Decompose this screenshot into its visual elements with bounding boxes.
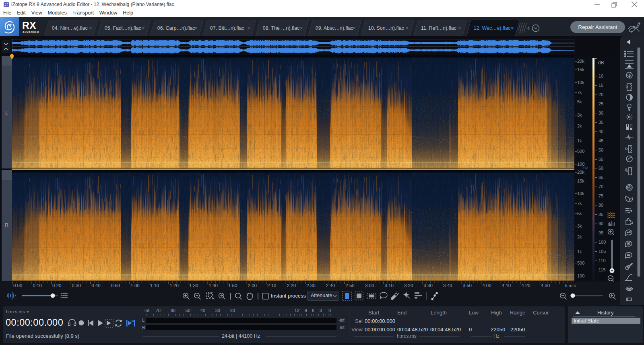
svg-text:2:20: 2:20 [287, 283, 296, 288]
svg-text:3:50: 3:50 [463, 283, 472, 288]
svg-text:4:00: 4:00 [482, 283, 491, 288]
svg-text:1:20: 1:20 [169, 283, 178, 288]
svg-text:4:10: 4:10 [502, 283, 511, 288]
svg-text:2:50: 2:50 [345, 283, 354, 288]
svg-text:-30: -30 [214, 308, 220, 313]
svg-text:3:30: 3:30 [424, 283, 433, 288]
svg-text:-6: -6 [310, 308, 314, 313]
svg-text:3:40: 3:40 [443, 283, 452, 288]
svg-text:Ss: Ss [625, 147, 629, 151]
svg-text:-50: -50 [184, 308, 190, 313]
svg-text:1:00: 1:00 [130, 283, 139, 288]
svg-text:-3: -3 [318, 308, 322, 313]
svg-text:0: 0 [328, 308, 331, 313]
svg-text:0:10: 0:10 [33, 283, 42, 288]
svg-text:h:m:s: h:m:s [565, 283, 576, 288]
svg-text:2:00: 2:00 [248, 283, 257, 288]
svg-text:-9: -9 [303, 308, 307, 313]
svg-text:2:40: 2:40 [326, 283, 335, 288]
svg-text:-70: -70 [154, 308, 161, 313]
svg-text:-40: -40 [199, 308, 205, 313]
svg-text:0:00: 0:00 [13, 283, 22, 288]
svg-text:3:00: 3:00 [365, 283, 374, 288]
svg-text:-60: -60 [169, 308, 175, 313]
svg-text:2:10: 2:10 [267, 283, 276, 288]
svg-text:-Inf.: -Inf. [143, 308, 151, 313]
svg-text:1:30: 1:30 [189, 283, 198, 288]
svg-text:3:20: 3:20 [404, 283, 413, 288]
svg-text:1:40: 1:40 [209, 283, 218, 288]
svg-text:1:50: 1:50 [228, 283, 237, 288]
svg-text:-20: -20 [229, 308, 235, 313]
svg-text:0:50: 0:50 [111, 283, 120, 288]
svg-text:0:40: 0:40 [91, 283, 100, 288]
svg-text:0:30: 0:30 [72, 283, 81, 288]
svg-text:0:20: 0:20 [52, 283, 61, 288]
svg-text:3:10: 3:10 [384, 283, 393, 288]
svg-text:4:30: 4:30 [541, 283, 550, 288]
svg-text:1:10: 1:10 [150, 283, 159, 288]
svg-text:-12: -12 [293, 308, 299, 313]
svg-text:2:30: 2:30 [306, 283, 315, 288]
svg-text:4:20: 4:20 [521, 283, 530, 288]
